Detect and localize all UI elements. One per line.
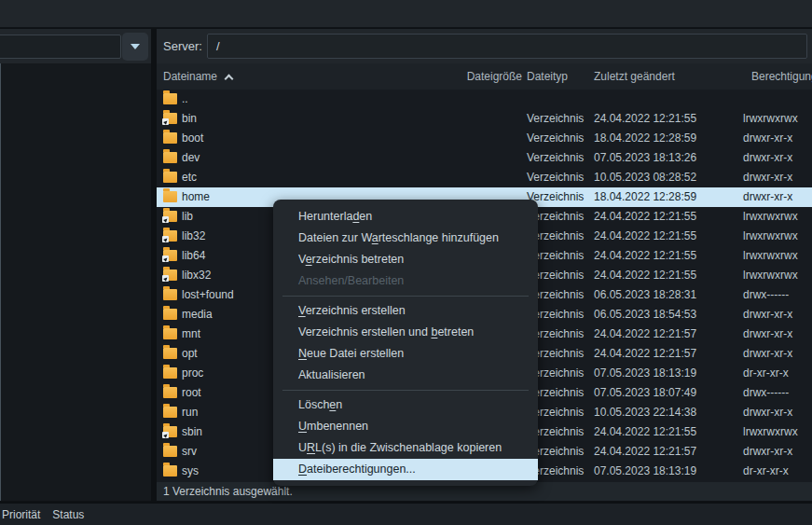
folder-icon — [163, 465, 177, 477]
chevron-down-icon — [131, 44, 140, 49]
file-modified: 07.05.2023 18:13:19 — [594, 364, 696, 383]
file-modified: 07.05.2023 18:07:49 — [594, 383, 696, 403]
column-header-dateigroesse[interactable]: Dateigröße — [467, 63, 522, 90]
menu-item-url-s-in-die-zwischenablage-kopieren[interactable]: URL(s) in die Zwischenablage kopieren — [273, 437, 538, 459]
quickconnect-left-pane — [0, 29, 151, 63]
file-name: home — [182, 187, 210, 207]
file-modified: 24.04.2022 12:21:55 — [594, 246, 696, 266]
folder-icon — [163, 367, 177, 379]
file-perms: drwxr-xr-x — [743, 403, 792, 422]
file-row-etc[interactable]: etcVerzeichnis10.05.2023 08:28:52drwxr-x… — [157, 168, 812, 187]
file-type: Verzeichnis — [527, 129, 584, 148]
file-row-boot[interactable]: bootVerzeichnis18.04.2022 12:28:59drwxr-… — [157, 129, 812, 148]
file-perms: drwxr-xr-x — [743, 129, 792, 148]
menu-item-verzeichnis-betreten[interactable]: Verzeichnis betreten — [273, 249, 538, 270]
folder-icon — [163, 348, 177, 359]
file-name: srv — [182, 442, 197, 462]
menu-item-neue-datei-erstellen[interactable]: Neue Datei erstellen — [273, 343, 538, 365]
menu-item-verzeichnis-erstellen[interactable]: Verzeichnis erstellen — [273, 300, 538, 322]
server-path-input[interactable]: / — [207, 34, 807, 59]
file-perms: lrwxrwxrwx — [743, 109, 798, 129]
folder-icon — [163, 328, 177, 339]
column-header-dateiname[interactable]: Dateiname — [163, 63, 232, 90]
file-modified: 24.04.2022 12:21:55 — [594, 422, 696, 442]
folder-icon — [163, 230, 177, 242]
file-name: mnt — [182, 325, 200, 344]
file-type: Verzeichnis — [527, 148, 584, 168]
file-perms: drwxr-xr-x — [743, 442, 792, 462]
file-manager-window: Server: / Dateiname Dateigröße Dateityp … — [0, 0, 812, 525]
server-path-bar: Server: / — [157, 29, 812, 63]
file-perms: lrwxrwxrwx — [743, 266, 798, 285]
symlink-badge-icon — [162, 432, 169, 438]
file-perms: lrwxrwxrwx — [743, 422, 798, 442]
folder-icon — [163, 309, 177, 320]
folder-icon — [163, 93, 177, 104]
folder-icon — [163, 426, 177, 437]
file-list-header: Dateiname Dateigröße Dateityp Zuletzt ge… — [157, 63, 812, 90]
file-perms: drwxr-xr-x — [743, 168, 792, 187]
file-name: lib64 — [182, 246, 205, 266]
file-perms: drwxr-xr-x — [743, 187, 792, 207]
file-modified: 07.05.2023 18:13:26 — [594, 148, 696, 168]
menu-item-umbenennen[interactable]: Umbenennen — [273, 416, 538, 437]
menu-item-dateien-zur-warteschlange-hinzufügen[interactable]: Dateien zur Warteschlange hinzufügen — [273, 228, 538, 249]
menu-separator — [282, 296, 529, 297]
file-row-bin[interactable]: binVerzeichnis24.04.2022 12:21:55lrwxrwx… — [157, 109, 812, 129]
file-name: run — [182, 403, 198, 422]
folder-icon — [163, 269, 177, 281]
file-name: sys — [182, 462, 199, 481]
folder-icon — [163, 387, 177, 398]
folder-icon — [163, 250, 177, 261]
file-perms: drwx------ — [743, 383, 789, 403]
file-name: .. — [182, 90, 188, 109]
host-combobox-dropdown-button[interactable] — [122, 33, 148, 61]
file-name: dev — [182, 148, 200, 168]
menu-item-herunterladen[interactable]: Herunterladen — [273, 206, 538, 228]
file-perms: drwxr-xr-x — [743, 344, 792, 364]
file-perms: drwxr-xr-x — [743, 305, 792, 325]
file-modified: 24.04.2022 12:21:55 — [594, 207, 696, 227]
server-label: Server: — [163, 29, 202, 63]
folder-icon — [163, 446, 177, 457]
menu-item-dateiberechtigungen[interactable]: Dateiberechtigungen... — [273, 459, 538, 480]
file-name: root — [182, 383, 201, 403]
file-perms: lrwxrwxrwx — [743, 207, 798, 227]
queue-column-status: Status — [52, 508, 84, 521]
menu-item-löschen[interactable]: Löschen — [273, 394, 538, 416]
file-row--[interactable]: .. — [157, 90, 812, 109]
directory-tree-pane — [0, 63, 151, 501]
file-modified: 24.04.2022 12:21:55 — [594, 227, 696, 246]
file-modified: 06.05.2023 18:28:31 — [594, 285, 696, 305]
file-name: sbin — [182, 422, 202, 442]
file-name: lib32 — [182, 227, 205, 246]
file-modified: 24.04.2022 12:21:55 — [594, 109, 696, 129]
file-name: proc — [182, 364, 203, 383]
file-name: etc — [182, 168, 197, 187]
file-modified: 10.05.2023 08:28:52 — [594, 168, 696, 187]
file-type: Verzeichnis — [527, 168, 584, 187]
column-header-label: Dateiname — [163, 70, 217, 83]
symlink-badge-icon — [162, 256, 169, 262]
symlink-badge-icon — [162, 236, 169, 242]
file-name: libx32 — [182, 266, 211, 285]
file-name: lib — [182, 207, 193, 227]
file-name: bin — [182, 109, 197, 129]
folder-icon — [163, 113, 177, 124]
menu-item-verzeichnis-erstellen-und-betreten[interactable]: Verzeichnis erstellen und betreten — [273, 322, 538, 343]
file-modified: 24.04.2022 12:21:57 — [594, 442, 696, 462]
file-modified: 06.05.2023 18:54:53 — [594, 305, 696, 325]
column-header-zuletzt-geaendert[interactable]: Zuletzt geändert — [594, 63, 675, 90]
menu-item-aktualisieren[interactable]: Aktualisieren — [273, 365, 538, 386]
host-combobox-input[interactable] — [0, 35, 121, 59]
folder-icon — [163, 211, 177, 222]
file-type: Verzeichnis — [527, 109, 584, 129]
column-header-berechtigungen[interactable]: Berechtigungen — [751, 63, 812, 90]
file-modified: 10.05.2023 22:14:38 — [594, 403, 696, 422]
file-modified: 18.04.2022 12:28:59 — [594, 129, 696, 148]
file-row-dev[interactable]: devVerzeichnis07.05.2023 18:13:26drwxr-x… — [157, 148, 812, 168]
folder-icon — [163, 132, 177, 144]
menu-item-ansehen-bearbeiten: Ansehen/Bearbeiten — [273, 270, 538, 292]
column-header-dateityp[interactable]: Dateityp — [527, 63, 568, 90]
file-perms: dr-xr-xr-x — [743, 462, 789, 481]
